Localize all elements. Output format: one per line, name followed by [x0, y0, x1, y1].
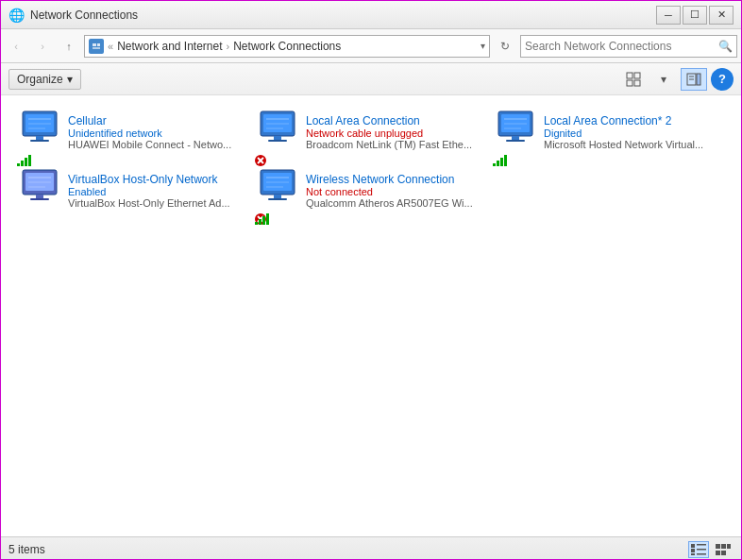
path-icon: [89, 39, 104, 54]
svg-rect-52: [263, 173, 292, 191]
svg-rect-63: [262, 216, 265, 225]
svg-rect-75: [721, 551, 726, 555]
svg-rect-1: [93, 43, 96, 46]
svg-rect-41: [497, 161, 499, 166]
maximize-button[interactable]: ☐: [683, 6, 707, 25]
title-bar-title: Network Connections: [30, 8, 138, 22]
svg-rect-26: [268, 140, 287, 142]
item-icon: [17, 168, 62, 213]
svg-rect-74: [716, 551, 720, 555]
svg-rect-20: [21, 161, 24, 166]
item-name: VirtualBox Host-Only Network: [68, 173, 238, 186]
help-button[interactable]: ?: [711, 68, 734, 91]
breadcrumb-separator-1: «: [108, 41, 113, 52]
network-item-3[interactable]: VirtualBox Host-Only Network Enabled Vir…: [10, 163, 245, 218]
item-icon: [493, 110, 538, 155]
item-name: Cellular: [68, 114, 238, 127]
svg-rect-35: [512, 136, 519, 140]
title-bar: 🌐 Network Connections ─ ☐ ✕: [1, 1, 741, 29]
breadcrumb-separator-2: ›: [227, 41, 230, 52]
preview-pane-button[interactable]: [681, 68, 707, 91]
item-status: Network cable unplugged: [306, 127, 476, 139]
svg-rect-62: [259, 219, 261, 225]
minimize-button[interactable]: ─: [656, 6, 681, 25]
back-button[interactable]: ‹: [5, 35, 27, 58]
status-view-large-button[interactable]: [713, 541, 734, 558]
network-item-4[interactable]: Wireless Network Connection Not connecte…: [248, 163, 482, 218]
svg-rect-46: [36, 195, 43, 198]
breadcrumb-1[interactable]: Network and Internet: [117, 40, 222, 53]
item-status: Not connected: [306, 186, 476, 197]
item-name: Local Area Connection: [306, 114, 476, 127]
svg-rect-72: [721, 544, 726, 549]
svg-rect-4: [627, 73, 632, 78]
path-dropdown-arrow[interactable]: ▾: [481, 41, 485, 51]
organize-label: Organize: [17, 73, 63, 86]
svg-rect-36: [506, 140, 525, 142]
svg-rect-9: [697, 74, 700, 85]
svg-rect-15: [30, 140, 49, 142]
svg-rect-34: [501, 114, 530, 132]
network-item-1[interactable]: Local Area Connection Network cable unpl…: [248, 105, 482, 160]
item-count: 5 items: [8, 543, 45, 556]
title-bar-icon: 🌐: [8, 8, 25, 23]
up-button[interactable]: ↑: [58, 35, 80, 58]
status-view-details-button[interactable]: [688, 541, 709, 558]
close-button[interactable]: ✕: [709, 6, 734, 25]
svg-rect-64: [266, 213, 269, 225]
network-item-2[interactable]: Local Area Connection* 2 Dignited Micros…: [486, 105, 720, 160]
forward-button[interactable]: ›: [31, 35, 54, 58]
search-input[interactable]: [525, 40, 718, 53]
refresh-button[interactable]: ↻: [494, 35, 516, 58]
svg-rect-22: [28, 155, 31, 166]
item-name: Local Area Connection* 2: [544, 114, 714, 127]
svg-rect-67: [691, 549, 695, 552]
item-info: Wireless Network Connection Not connecte…: [306, 173, 476, 209]
svg-rect-3: [93, 47, 100, 49]
svg-rect-6: [627, 80, 632, 86]
svg-rect-71: [716, 544, 720, 549]
svg-rect-47: [30, 198, 49, 200]
item-adapter: Broadcom NetLink (TM) Fast Ethe...: [306, 139, 476, 150]
svg-rect-65: [691, 544, 695, 548]
address-bar: ‹ › ↑ « Network and Internet › Network C…: [1, 29, 741, 63]
item-status: Unidentified network: [68, 127, 238, 139]
address-path[interactable]: « Network and Internet › Network Connect…: [84, 35, 490, 58]
content-area: Cellular Unidentified network HUAWEI Mob…: [1, 95, 741, 536]
svg-rect-53: [274, 195, 281, 198]
item-info: VirtualBox Host-Only Network Enabled Vir…: [68, 173, 238, 209]
toolbar: Organize ▾ ▾ ?: [1, 63, 741, 95]
svg-rect-5: [634, 73, 640, 78]
item-info: Local Area Connection* 2 Dignited Micros…: [544, 114, 714, 150]
svg-rect-73: [727, 544, 731, 549]
item-info: Cellular Unidentified network HUAWEI Mob…: [68, 114, 238, 150]
svg-rect-13: [25, 114, 54, 132]
search-icon[interactable]: 🔍: [718, 40, 733, 53]
view-dropdown-button[interactable]: ▾: [650, 68, 677, 91]
item-adapter: VirtualBox Host-Only Ethernet Ad...: [68, 197, 238, 209]
search-box[interactable]: 🔍: [520, 35, 737, 58]
svg-rect-40: [493, 163, 496, 166]
svg-rect-45: [25, 173, 54, 191]
svg-rect-42: [500, 158, 503, 166]
network-item-0[interactable]: Cellular Unidentified network HUAWEI Mob…: [10, 105, 245, 160]
item-icon: [17, 110, 62, 155]
svg-rect-54: [268, 198, 287, 200]
status-bar: 5 items: [1, 536, 741, 560]
item-name: Wireless Network Connection: [306, 173, 476, 186]
svg-rect-14: [36, 136, 43, 140]
svg-rect-2: [97, 43, 100, 46]
svg-rect-19: [17, 163, 20, 166]
item-adapter: Microsoft Hosted Network Virtual...: [544, 139, 714, 150]
item-status: Enabled: [68, 186, 238, 197]
item-icon: [255, 110, 300, 155]
item-adapter: Qualcomm Atheros AR5007EG Wi...: [306, 197, 476, 209]
svg-rect-7: [634, 80, 640, 86]
change-view-button[interactable]: [620, 68, 647, 91]
item-info: Local Area Connection Network cable unpl…: [306, 114, 476, 150]
organize-button[interactable]: Organize ▾: [8, 69, 81, 90]
breadcrumb-2[interactable]: Network Connections: [233, 40, 341, 53]
svg-rect-61: [255, 222, 258, 225]
item-status: Dignited: [544, 127, 714, 139]
svg-rect-43: [504, 155, 507, 166]
